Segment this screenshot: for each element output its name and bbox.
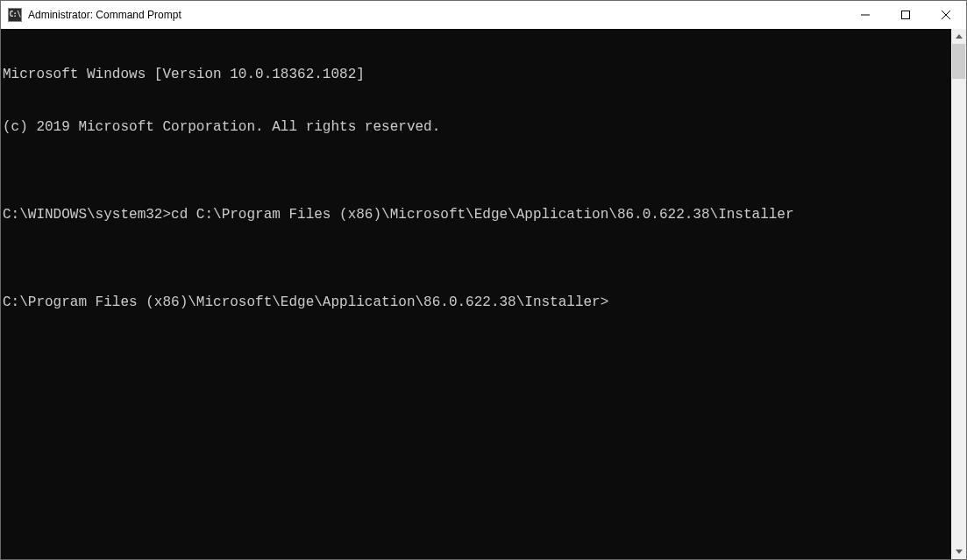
cmd-icon: C:\ (8, 8, 22, 22)
terminal-prompt-text: C:\Program Files (x86)\Microsoft\Edge\Ap… (3, 294, 608, 310)
close-button[interactable] (926, 1, 966, 29)
titlebar[interactable]: C:\ Administrator: Command Prompt (1, 1, 966, 29)
scrollbar-thumb[interactable] (952, 44, 965, 79)
scrollbar-track[interactable] (951, 44, 966, 544)
terminal-line: Microsoft Windows [Version 10.0.18362.10… (3, 66, 951, 83)
maximize-button[interactable] (885, 1, 926, 29)
terminal-line: (c) 2019 Microsoft Corporation. All righ… (3, 118, 951, 136)
cursor-icon (608, 303, 615, 306)
titlebar-left: C:\ Administrator: Command Prompt (1, 8, 181, 22)
minimize-button[interactable] (845, 1, 885, 29)
command-prompt-window: C:\ Administrator: Command Prompt Micros… (0, 0, 967, 560)
maximize-icon (901, 11, 910, 19)
terminal-output[interactable]: Microsoft Windows [Version 10.0.18362.10… (1, 29, 951, 559)
minimize-icon (861, 11, 870, 19)
scroll-down-arrow-icon[interactable] (951, 544, 966, 559)
terminal-prompt-line: C:\Program Files (x86)\Microsoft\Edge\Ap… (3, 294, 951, 311)
terminal-line: C:\WINDOWS\system32>cd C:\Program Files … (3, 206, 951, 223)
svg-rect-1 (902, 11, 910, 19)
window-controls (845, 1, 966, 29)
close-icon (942, 11, 950, 19)
window-title: Administrator: Command Prompt (28, 9, 181, 21)
content-area: Microsoft Windows [Version 10.0.18362.10… (1, 29, 966, 559)
vertical-scrollbar[interactable] (951, 29, 966, 559)
scroll-up-arrow-icon[interactable] (951, 29, 966, 44)
